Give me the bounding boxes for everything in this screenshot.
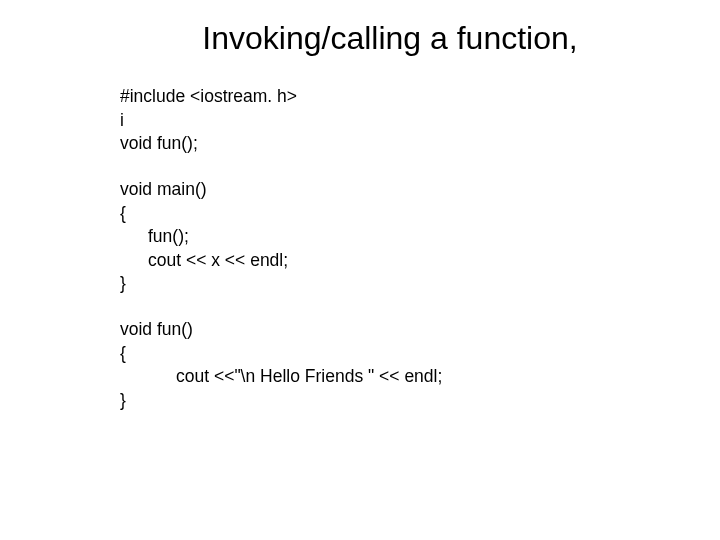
code-line-open1: { <box>120 202 720 226</box>
code-line-fundef: void fun() <box>120 318 720 342</box>
blank-line <box>120 296 720 318</box>
code-line-close2: } <box>120 389 720 413</box>
code-line-include: #include <iostream. h> <box>120 85 720 109</box>
slide-title: Invoking/calling a function, <box>60 20 720 57</box>
code-line-cout1: cout << x << endl; <box>120 249 720 273</box>
blank-line <box>120 156 720 178</box>
code-line-cout2: cout <<"\n Hello Friends " << endl; <box>120 365 720 389</box>
code-line-main: void main() <box>120 178 720 202</box>
code-line-i: i <box>120 109 720 133</box>
code-line-close1: } <box>120 272 720 296</box>
code-line-call: fun(); <box>120 225 720 249</box>
code-block: #include <iostream. h> i void fun(); voi… <box>120 85 720 413</box>
code-line-open2: { <box>120 342 720 366</box>
code-line-proto: void fun(); <box>120 132 720 156</box>
slide-container: Invoking/calling a function, #include <i… <box>0 0 720 540</box>
